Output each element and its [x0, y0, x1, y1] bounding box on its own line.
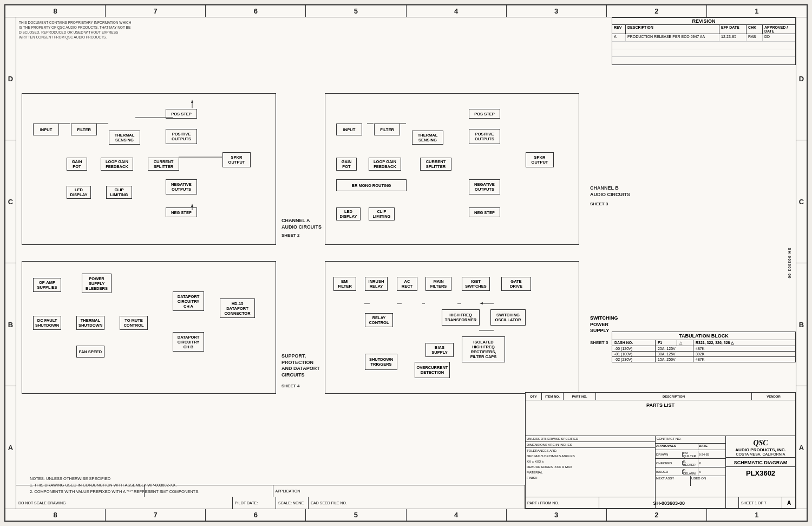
block-dc-fault-shutdown: DC FAULTSHUTDOWN [33, 316, 61, 330]
contract-no-label: CONTRACT NO. [656, 436, 725, 443]
block-hd15-connector: HD-15DATAPORTCONNECTOR [220, 298, 255, 318]
approvals-label: APPROVALS [656, 444, 698, 450]
drawing-title: PLX3602 [727, 469, 794, 477]
drawing-title-area: PLX3602 [726, 467, 795, 479]
col-num-3: 3 [507, 5, 607, 17]
note2: 1. THIS DRAWING USED IN CONJUNCTION WITH… [30, 482, 199, 489]
block-negative-outputs-b: NEGATIVEOUTPUTS [469, 179, 500, 194]
note3: NOTES: UNLESS OTHERWISE SPECIFIED [30, 476, 199, 482]
block-negative-outputs-a: NEGATIVEOUTPUTS [166, 179, 197, 194]
col-num-bot-6: 6 [206, 509, 306, 521]
tolerances-label: TOLERANCES ARE: [526, 448, 655, 453]
row-c-right: C [796, 140, 807, 263]
support-sheet: SHEET 4 [281, 384, 299, 389]
col-num-bot-7: 7 [106, 509, 206, 521]
next-assy-row: NEXT ASSY USED ON [656, 476, 725, 486]
channel-b-label: CHANNEL BAUDIO CIRCUITS [590, 185, 630, 198]
rev-header-rev: REV [612, 25, 626, 34]
parts-list-columns: QTY ITEM NO. PART NO. DESCRIPTION VENDOR [526, 393, 795, 400]
col-num-bot-1: 1 [707, 509, 807, 521]
support-label: SUPPORT,PROTECTIONAND DATAPORTCIRCUITS [281, 353, 320, 379]
col-num-bot-2: 2 [607, 509, 707, 521]
block-igbt-switches: IGBTSWITCHES [462, 277, 490, 291]
parts-list-area: QTY ITEM NO. PART NO. DESCRIPTION VENDOR… [526, 393, 795, 436]
block-filter-b: FILTER [374, 124, 400, 135]
block-fan-speed: FAN SPEED [76, 346, 104, 358]
tab-row-120v: -00 (120V) 25A, 125V 487K [612, 346, 795, 352]
col-num-4: 4 [407, 5, 507, 17]
revision-row-4 [612, 57, 795, 64]
schematic-title-area: SCHEMATIC DIAGRAM [726, 458, 795, 467]
issued-x: X [698, 470, 725, 474]
revision-row-3 [612, 49, 795, 57]
channel-a-label: CHANNEL AAUDIO CIRCUITS [281, 218, 322, 230]
block-dataport-circ-cha: DATAPORTCIRCUITRYCH A [173, 291, 204, 311]
block-led-display-a: LEDDISPLAY [67, 186, 91, 199]
col-num-bot-3: 3 [507, 509, 607, 521]
drawn-row: DRAWN PAT QUILTER 6-24-85 [656, 450, 725, 459]
approvals-header-row: APPROVALS DATE [656, 444, 725, 450]
row-d-left: D [5, 17, 16, 140]
sheet-info: SHEET 1 OF 7 [739, 497, 782, 509]
block-loop-gain-feedback-a: LOOP GAINFEEDBACK [101, 158, 133, 171]
revision-row-a: A PRODUCTION RELEASE PER ECO 6947 AA 12-… [612, 34, 795, 42]
block-spkr-output-a: SPKROUTPUT [222, 152, 251, 167]
tab-r321-230v: 487K [693, 357, 795, 362]
title-block: QTY ITEM NO. PART NO. DESCRIPTION VENDOR… [525, 392, 796, 509]
block-dataport-circ-chb: DATAPORTCIRCUITRYCH B [173, 332, 204, 352]
block-inrush-relay: INRUSHRELAY [365, 277, 388, 291]
checked-row: CHECKED R. BECKER X [656, 459, 725, 467]
row-c-left: C [5, 140, 16, 263]
row-letters-left: D C B A [5, 17, 16, 509]
rev-header-approved: APPROVED / DATE [763, 25, 795, 34]
part-from-no: PART / FROM NO. [525, 497, 599, 509]
revision-letter: A [782, 497, 796, 509]
block-input-b: INPUT [336, 124, 362, 135]
drawn-date: 6-24-85 [698, 452, 725, 457]
block-positive-outputs-a: POSITIVEOUTPUTS [166, 129, 197, 144]
rev-a-desc: PRODUCTION RELEASE PER ECO 6947 AA [626, 34, 719, 41]
col-num-bot-5: 5 [306, 509, 406, 521]
tab-triangle: △ [677, 340, 693, 346]
tab-row-230v: -02 (230V) 15A, 250V 487K [612, 357, 795, 362]
rev-a-rev: A [612, 34, 626, 41]
col-num-7: 7 [106, 5, 206, 17]
block-power-supply-bleeders: POWERSUPPLYBLEEDERS [82, 274, 112, 293]
row-a-right: A [796, 386, 807, 509]
deburr-label: DEBURR EDGES .XXX R MAX [526, 464, 655, 470]
block-thermal-sensing-a: THERMALSENSING [109, 131, 140, 145]
tab-r321-header: R321, 322, 326, 328 △ [693, 340, 795, 346]
channel-b-sheet: SHEET 3 [590, 202, 608, 207]
vendor-header: VENDOR [752, 393, 795, 400]
notes-section: NOTES: UNLESS OTHERWISE SPECIFIED 1. THI… [30, 476, 199, 495]
checked-by: R. BECKER [683, 459, 698, 467]
scale-label-bottom: SCALE: NONE [276, 497, 309, 509]
block-op-amp-supplies: OP-AMPSUPPLIES [33, 278, 61, 292]
tab-f1-230v: 15A, 250V [656, 357, 693, 362]
schematic-title: SCHEMATIC DIAGRAM [727, 460, 794, 465]
material-label: MATERIAL [526, 470, 655, 475]
rev-header-date: EFF DATE [719, 25, 746, 34]
side-label: SH-003603-00 [788, 248, 792, 279]
channel-a-sheet: SHEET 2 [281, 233, 299, 238]
cad-seed-label: CAD SEED FILE NO. [309, 497, 525, 509]
drawing-number-row: PART / FROM NO. SH-003603-00 SHEET 1 OF … [525, 497, 796, 509]
block-br-mono-routing: BR MONO ROUTING [336, 179, 407, 191]
block-gate-drive: GATEDRIVE [501, 277, 531, 291]
row-b-right: B [796, 263, 807, 386]
block-positive-outputs-b: POSITIVEOUTPUTS [469, 129, 500, 144]
block-clip-limiting-b: CLIPLIMITING [369, 207, 395, 220]
rev-a-approved: DD [763, 34, 795, 41]
block-pos-step-a: POS STEP [166, 109, 197, 119]
power-supply-sheet: SHEET 5 [590, 340, 608, 346]
col-num-6: 6 [206, 5, 306, 17]
support-border: OP-AMPSUPPLIES POWERSUPPLYBLEEDERS DC FA… [22, 261, 276, 394]
tab-dash-120v: -00 (120V) [612, 346, 656, 351]
rev-a-chk: RAB [746, 34, 763, 41]
drawing-number-display: SH-003603-00 [599, 497, 739, 509]
block-current-splitter-a: CURRENTSPLITTER [148, 158, 179, 171]
block-main-filters: MAINFILTERS [425, 277, 451, 291]
block-filter-a: FILTER [71, 124, 97, 135]
block-neg-step-a: NEG STEP [166, 207, 197, 217]
col-num-bot-4: 4 [407, 509, 507, 521]
